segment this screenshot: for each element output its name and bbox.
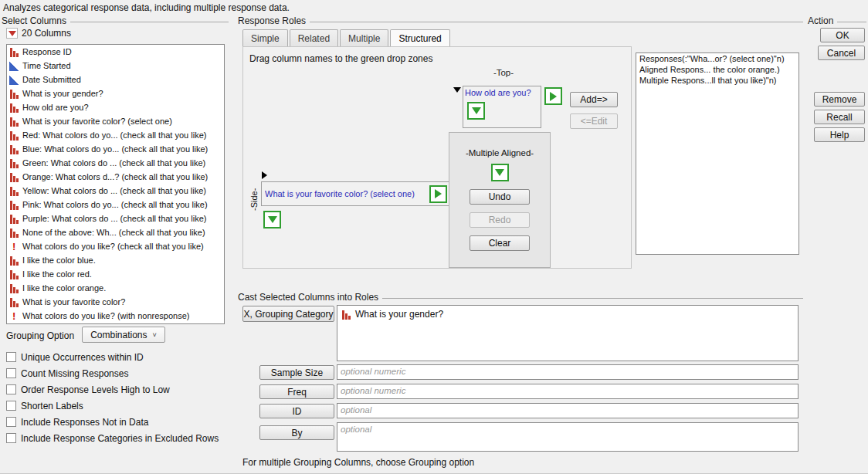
column-list-item[interactable]: Orange: What colors d...? (check all tha…	[7, 170, 224, 184]
column-list-item[interactable]: I like the color blue.	[7, 253, 224, 267]
side-zone-box[interactable]: What is your favorite color? (select one…	[261, 181, 451, 206]
remove-button[interactable]: Remove	[814, 92, 865, 107]
tab-multiple[interactable]: Multiple	[340, 29, 388, 47]
header-rule	[837, 22, 866, 22]
ok-button[interactable]: OK	[820, 28, 865, 42]
top-zone-column[interactable]: How old are you?	[463, 86, 541, 99]
side-zone-column[interactable]: What is your favorite color? (select one…	[265, 189, 426, 198]
checkbox[interactable]	[6, 417, 16, 427]
x-grouping-category-button[interactable]: X, Grouping Category	[242, 306, 334, 322]
freq-button[interactable]: Freq	[259, 384, 334, 399]
tab-related[interactable]: Related	[290, 29, 338, 47]
undo-button[interactable]: Undo	[470, 189, 530, 205]
id-placeholder: optional	[337, 404, 798, 416]
checkbox[interactable]	[6, 401, 16, 411]
side-drop-zone[interactable]	[263, 211, 281, 229]
nominal-icon	[9, 172, 19, 182]
cast-roles-header: Cast Selected Columns into Roles	[238, 292, 803, 303]
columns-red-triangle-menu[interactable]: 20 Columns	[6, 28, 71, 39]
column-list-item[interactable]: What is your favorite color?	[7, 295, 224, 309]
select-columns-header: Select Columns	[2, 15, 229, 26]
column-list-item[interactable]: What colors do you like? (with nonrespon…	[7, 309, 224, 323]
column-list-item[interactable]: Date Submitted	[7, 73, 224, 86]
responses-list[interactable]: Responses(:"Wha...or? (select one)"n) Al…	[636, 52, 799, 255]
column-label: Blue: What colors do yo... (check all th…	[22, 144, 208, 154]
column-label: Green: What colors do ... (check all tha…	[22, 158, 205, 168]
multiple-aligned-drop-zone[interactable]	[491, 164, 509, 181]
column-list-item[interactable]: What colors do you like? (check all that…	[7, 239, 224, 253]
id-button[interactable]: ID	[259, 404, 334, 418]
cancel-button[interactable]: Cancel	[818, 46, 865, 60]
response-list-item[interactable]: Responses(:"Wha...or? (select one)"n)	[636, 53, 798, 64]
grouping-option-select[interactable]: Combinations ˅	[82, 327, 165, 343]
response-list-item[interactable]: Aligned Respons... the color orange.)	[636, 64, 798, 75]
column-list-item[interactable]: Time Started	[7, 59, 224, 73]
column-label: Red: What colors do yo... (check all tha…	[22, 130, 206, 140]
side-zone-play-button[interactable]	[429, 185, 447, 203]
tab-simple[interactable]: Simple	[242, 29, 288, 47]
nominal-icon	[9, 228, 19, 238]
column-label: Yellow: What colors do ... (check all th…	[22, 186, 206, 195]
column-list-item[interactable]: I like the color red.	[7, 267, 224, 281]
checkbox-row[interactable]: Count Missing Responses	[6, 365, 219, 381]
id-field[interactable]: optional	[337, 403, 798, 418]
column-label: What is your favorite color?	[22, 297, 125, 306]
sample-size-placeholder: optional numeric	[337, 365, 798, 378]
column-list-item[interactable]: How old are you?	[7, 100, 224, 114]
checkbox-row[interactable]: Include Responses Not in Data	[6, 414, 219, 430]
checkbox[interactable]	[6, 368, 16, 378]
column-list-item[interactable]: Blue: What colors do yo... (check all th…	[7, 142, 224, 156]
column-list-item[interactable]: Green: What colors do ... (check all tha…	[7, 156, 224, 170]
action-title: Action	[808, 15, 833, 26]
sample-size-button[interactable]: Sample Size	[259, 365, 334, 380]
column-list-item[interactable]: What is your favorite color? (select one…	[7, 114, 224, 128]
select-columns-list[interactable]: Response ID Time Started Date Submitted …	[6, 44, 225, 324]
sample-size-field[interactable]: optional numeric	[337, 364, 798, 380]
checkbox-label: Shorten Labels	[21, 401, 83, 411]
clear-button[interactable]: Clear	[470, 235, 530, 251]
checkbox[interactable]	[6, 352, 16, 362]
column-list-item[interactable]: Response ID	[7, 45, 224, 59]
checkbox[interactable]	[6, 384, 16, 394]
checkbox-row[interactable]: Unique Occurrences within ID	[6, 349, 219, 365]
checkbox-label: Unique Occurrences within ID	[21, 352, 144, 363]
add-button[interactable]: Add=>	[570, 92, 618, 107]
column-list-item[interactable]: Yellow: What colors do ... (check all th…	[7, 184, 224, 198]
column-label: Purple: What colors do ... (check all th…	[22, 214, 206, 223]
header-rule	[70, 22, 229, 22]
checkbox-row[interactable]: Shorten Labels	[6, 398, 219, 414]
edit-button[interactable]: <=Edit	[570, 113, 618, 129]
continuous-icon	[9, 61, 19, 71]
column-list-item[interactable]: Red: What colors do yo... (check all tha…	[7, 128, 224, 142]
redo-button[interactable]: Redo	[470, 212, 530, 228]
by-field[interactable]: optional	[337, 422, 798, 452]
column-list-item[interactable]: I like the color orange.	[7, 281, 224, 295]
top-zone-box[interactable]: How old are you?	[463, 86, 541, 128]
column-list-item[interactable]: What is your gender?	[7, 86, 224, 100]
column-list-item[interactable]: Purple: What colors do ... (check all th…	[7, 212, 224, 225]
x-grouping-list[interactable]: What is your gender?	[337, 305, 798, 361]
help-button[interactable]: Help	[814, 127, 865, 142]
top-zone-play-button[interactable]	[544, 87, 562, 105]
continuous-icon	[9, 75, 19, 85]
side-orientation-marker-icon	[262, 171, 267, 179]
green-down-arrow-icon	[268, 216, 277, 223]
x-grouping-item[interactable]: What is your gender?	[337, 306, 798, 323]
checkbox[interactable]	[6, 433, 16, 443]
column-label: I like the color red.	[22, 269, 92, 279]
response-list-item[interactable]: Multiple Respons...ll that you like)"n)	[636, 75, 798, 86]
freq-field[interactable]: optional numeric	[337, 384, 798, 399]
top-drop-zone[interactable]	[467, 102, 485, 120]
x-grouping-item-label: What is your gender?	[355, 309, 443, 320]
checkbox-row[interactable]: Include Response Categories in Excluded …	[6, 430, 219, 446]
nominal-icon	[9, 130, 19, 141]
recall-button[interactable]: Recall	[814, 110, 865, 124]
checkbox-row[interactable]: Order Response Levels High to Low	[6, 381, 219, 398]
response-roles-header: Response Roles	[238, 15, 803, 26]
nominal-icon	[9, 158, 19, 168]
column-list-item[interactable]: Pink: What colors do yo... (check all th…	[7, 198, 224, 212]
tab-structured[interactable]: Structured	[390, 29, 449, 47]
by-button[interactable]: By	[259, 425, 334, 440]
column-list-item[interactable]: None of the above: Wh... (check all that…	[7, 225, 224, 239]
red-triangle-menu-icon[interactable]	[6, 28, 18, 39]
